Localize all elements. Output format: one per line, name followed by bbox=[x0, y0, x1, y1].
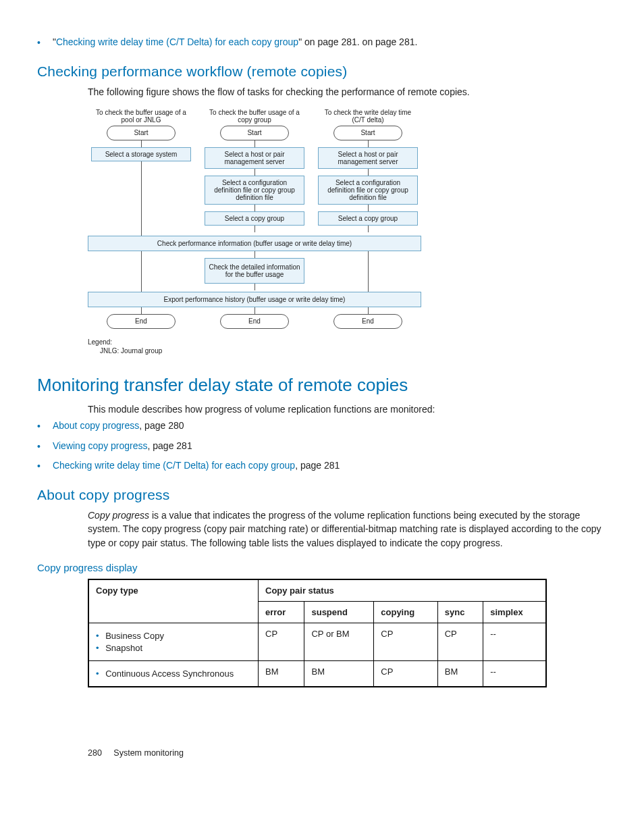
flow-c3-b2: Select a configuration definition file o… bbox=[318, 176, 418, 205]
cell: CP bbox=[374, 660, 437, 687]
flow-col-1: To check the buffer usage of a pool or J… bbox=[88, 107, 194, 236]
top-bullet-tail: on page 281. bbox=[360, 36, 418, 47]
flow-c3-b3: Select a copy group bbox=[318, 211, 418, 226]
table-row: Business Copy Snapshot CP CP or BM CP CP… bbox=[88, 623, 546, 660]
th-sync: sync bbox=[437, 601, 483, 623]
cell: CP bbox=[259, 623, 304, 660]
flow-legend: Legend: bbox=[88, 338, 607, 346]
footer-title: System monitoring bbox=[113, 748, 184, 758]
list-item: • Viewing copy progress, page 281 bbox=[37, 440, 607, 454]
bullet-icon: • bbox=[37, 420, 41, 434]
cell: BM bbox=[304, 660, 374, 687]
list-item-tail: , page 281 bbox=[148, 440, 192, 451]
cell: BM bbox=[437, 660, 483, 687]
flow-end-2: End bbox=[220, 314, 289, 329]
cell-type: Snapshot bbox=[96, 643, 251, 653]
bullet-icon: • bbox=[37, 440, 41, 454]
bullet-icon: • bbox=[37, 460, 41, 473]
flow-start-1: Start bbox=[107, 126, 176, 140]
th-suspend: suspend bbox=[304, 601, 374, 623]
flow-col2-head: To check the buffer usage of a copy grou… bbox=[201, 107, 308, 126]
th-error: error bbox=[259, 601, 304, 623]
flow-col-3: To check the write delay time (C/T delta… bbox=[315, 107, 421, 236]
list-item: • Checking write delay time (C/T Delta) … bbox=[37, 460, 607, 473]
flow-legend-sub: JNLG: Journal group bbox=[100, 347, 607, 355]
flow-mid-detail: Check the detailed information for the b… bbox=[205, 258, 304, 284]
flow-end-3: End bbox=[333, 314, 402, 329]
th-copying: copying bbox=[374, 601, 437, 623]
heading-about-copy-progress: About copy progress bbox=[37, 487, 607, 503]
cell: -- bbox=[483, 660, 546, 687]
flow-col1-head: To check the buffer usage of a pool or J… bbox=[88, 107, 194, 126]
flow-c2-b3: Select a copy group bbox=[205, 211, 304, 226]
cell: BM bbox=[259, 660, 304, 687]
intro-paragraph-2: This module describes how progress of vo… bbox=[88, 402, 607, 416]
heading-monitoring-transfer: Monitoring transfer delay state of remot… bbox=[37, 375, 607, 396]
bullet-icon: • bbox=[37, 36, 41, 50]
intro-paragraph-1: The following figure shows the flow of t… bbox=[88, 85, 607, 99]
flow-start-3: Start bbox=[333, 126, 402, 140]
flow-col3-head: To check the write delay time (C/T delta… bbox=[315, 107, 421, 126]
flow-col-2: To check the buffer usage of a copy grou… bbox=[201, 107, 308, 236]
heading-performance-workflow: Checking performance workflow (remote co… bbox=[37, 63, 607, 80]
th-copy-type: Copy type bbox=[88, 579, 259, 623]
flow-c2-b2: Select a configuration definition file o… bbox=[205, 176, 304, 205]
flow-end-1: End bbox=[107, 314, 176, 329]
flow-start-2: Start bbox=[220, 126, 289, 140]
cell: CP bbox=[437, 623, 483, 660]
top-bullet-link[interactable]: Checking write delay time (C/T Delta) fo… bbox=[56, 36, 298, 47]
list-item-tail: , page 280 bbox=[139, 420, 184, 431]
link-checking-write-delay[interactable]: Checking write delay time (C/T Delta) fo… bbox=[53, 460, 295, 471]
link-about-copy-progress[interactable]: About copy progress bbox=[53, 420, 139, 431]
page-number: 280 bbox=[88, 748, 102, 758]
table-row: Continuous Access Synchronous BM BM CP B… bbox=[88, 660, 546, 687]
page-footer: 280 System monitoring bbox=[88, 748, 607, 758]
th-simplex: simplex bbox=[483, 601, 546, 623]
flow-wide-check: Check performance information (buffer us… bbox=[88, 236, 421, 251]
about-copy-paragraph: Copy progress is a value that indicates … bbox=[88, 509, 607, 550]
about-copy-rest: is a value that indicates the progress o… bbox=[88, 510, 601, 548]
flow-wide-export: Export performance history (buffer usage… bbox=[88, 292, 421, 307]
th-copy-pair-status: Copy pair status bbox=[259, 579, 547, 602]
workflow-flowchart: To check the buffer usage of a pool or J… bbox=[88, 107, 607, 355]
cell-type: Continuous Access Synchronous bbox=[96, 669, 251, 679]
flow-c1-b1: Select a storage system bbox=[91, 147, 191, 161]
term-copy-progress: Copy progress bbox=[88, 510, 149, 521]
list-item-tail: , page 281 bbox=[295, 460, 340, 471]
flow-c2-b1: Select a host or pair management server bbox=[205, 147, 304, 169]
list-item: • About copy progress, page 280 bbox=[37, 420, 607, 434]
copy-progress-table: Copy type Copy pair status error suspend… bbox=[88, 579, 547, 687]
heading-copy-progress-display: Copy progress display bbox=[37, 562, 607, 573]
top-bullet-item: • "Checking write delay time (C/T Delta)… bbox=[37, 36, 607, 50]
flow-c3-b1: Select a host or pair management server bbox=[318, 147, 418, 169]
cell: CP bbox=[374, 623, 437, 660]
cell-type: Business Copy bbox=[96, 631, 251, 641]
cell: -- bbox=[483, 623, 546, 660]
cell: CP or BM bbox=[304, 623, 374, 660]
link-viewing-copy-progress[interactable]: Viewing copy progress bbox=[53, 440, 148, 451]
top-bullet-text: "Checking write delay time (C/T Delta) f… bbox=[53, 36, 417, 47]
quote-close-tail: " on page 281. bbox=[298, 36, 360, 47]
